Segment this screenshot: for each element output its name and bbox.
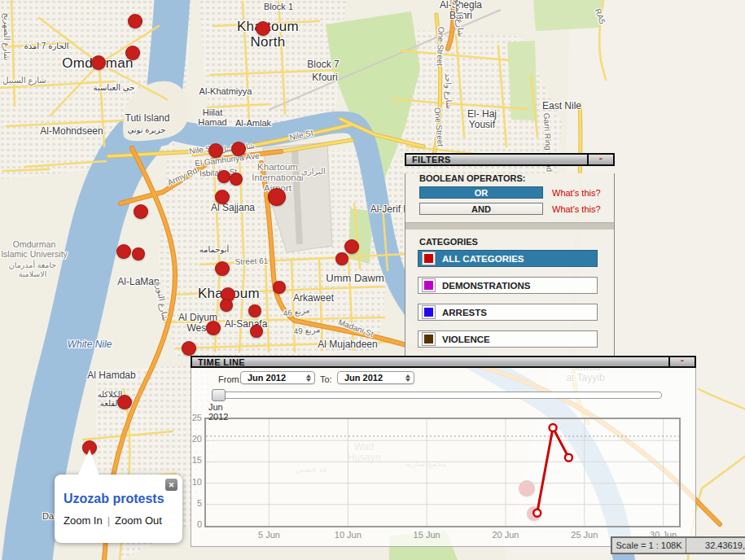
filters-panel: FILTERS - BOOLEAN OPERATORS: OR What's t… <box>405 153 615 363</box>
map-marker[interactable] <box>128 14 142 28</box>
map-marker[interactable] <box>215 261 230 276</box>
cursor-coordinates: 32.43619, <box>686 538 745 553</box>
category-swatch-icon <box>423 252 435 265</box>
category-all-categories[interactable]: ALL CATEGORIES <box>418 250 598 267</box>
map-marker[interactable] <box>134 204 148 219</box>
map-marker[interactable] <box>116 244 131 259</box>
timeline-chart <box>204 418 681 527</box>
map-marker[interactable] <box>256 21 270 36</box>
category-demonstrations[interactable]: DEMONSTRATIONS <box>418 277 598 294</box>
popup-title-link[interactable]: Uzozab protests <box>64 492 164 506</box>
map-marker[interactable] <box>248 304 261 317</box>
map-popup: ✕ Uzozab protests Zoom In|Zoom Out <box>55 475 182 543</box>
category-label: ARRESTS <box>442 308 487 317</box>
timeline-panel-body: From: Jun 2012 To: Jun 2012 Jun 2012 5 J… <box>191 368 696 547</box>
category-swatch-icon <box>423 306 435 318</box>
map-marker[interactable] <box>208 143 223 158</box>
from-label: From: <box>218 374 242 384</box>
boolean-and-button[interactable]: AND <box>419 203 543 215</box>
popup-link-separator: | <box>107 514 110 527</box>
timeline-minimize-button[interactable]: - <box>668 357 695 366</box>
map-scale-label: Scale = 1 : 108K <box>612 538 686 553</box>
to-month-value: Jun 2012 <box>344 373 383 383</box>
map-marker[interactable] <box>215 190 230 204</box>
map-marker[interactable] <box>344 239 359 254</box>
boolean-or-button[interactable]: OR <box>419 186 543 199</box>
minimize-icon: - <box>599 156 603 161</box>
category-label: ALL CATEGORIES <box>442 254 524 264</box>
minimize-icon: - <box>681 358 684 363</box>
from-month-value: Jun 2012 <box>248 373 286 383</box>
stepper-icon <box>306 374 311 382</box>
popup-zoom-out-link[interactable]: Zoom Out <box>115 514 162 527</box>
map-marker[interactable] <box>182 341 196 356</box>
map-marker[interactable] <box>335 252 348 265</box>
category-violence[interactable]: VIOLENCE <box>418 330 598 348</box>
close-icon: ✕ <box>169 481 175 489</box>
timeline-panel-header: TIME LINE - <box>191 356 696 368</box>
whats-this-and-link[interactable]: What's this? <box>552 204 601 214</box>
map-marker[interactable] <box>132 247 145 260</box>
to-month-select[interactable]: Jun 2012 <box>337 371 414 384</box>
category-arrests[interactable]: ARRESTS <box>418 304 598 321</box>
chart-month-label: Jun 2012 <box>208 402 228 422</box>
whats-this-or-link[interactable]: What's this? <box>552 188 601 198</box>
to-label: To: <box>320 374 332 384</box>
popup-zoom-in-link[interactable]: Zoom In <box>64 514 103 527</box>
from-month-select[interactable]: Jun 2012 <box>240 371 315 384</box>
map-marker[interactable] <box>250 325 263 338</box>
boolean-operators-label: BOOLEAN OPERATORS: <box>419 173 614 183</box>
map-marker[interactable] <box>125 46 140 60</box>
filters-title: FILTERS <box>406 155 451 164</box>
timeline-title: TIME LINE <box>192 357 245 367</box>
map-marker[interactable] <box>231 142 246 156</box>
map-marker[interactable] <box>230 173 243 186</box>
app-viewport: OmdurmanKhartoumNorthKhartoumBlock 1Bloc… <box>0 0 745 560</box>
categories-label: CATEGORIES <box>419 237 614 247</box>
popup-close-button[interactable]: ✕ <box>165 479 177 491</box>
timeline-slider[interactable] <box>213 392 662 399</box>
map-marker[interactable] <box>273 281 286 294</box>
category-label: VIOLENCE <box>442 335 490 344</box>
category-swatch-icon <box>423 333 435 345</box>
popup-tail <box>71 449 112 475</box>
filters-divider <box>405 222 614 230</box>
map-marker[interactable] <box>217 170 230 183</box>
timeline-panel: TIME LINE - From: Jun 2012 To: Jun 2012 … <box>191 356 696 547</box>
category-label: DEMONSTRATIONS <box>442 281 530 291</box>
timeline-slider-handle[interactable] <box>212 389 226 401</box>
map-marker[interactable] <box>117 395 132 409</box>
filters-panel-body: BOOLEAN OPERATORS: OR What's this? AND W… <box>405 173 615 363</box>
map-marker[interactable] <box>206 321 221 335</box>
category-list: ALL CATEGORIESDEMONSTRATIONSARRESTSVIOLE… <box>405 250 614 348</box>
map-marker[interactable] <box>220 299 233 312</box>
map-marker[interactable] <box>268 188 286 206</box>
filters-panel-header: FILTERS - <box>405 153 615 166</box>
stepper-icon <box>405 374 410 382</box>
map-marker[interactable] <box>91 55 106 70</box>
scale-bar: Scale = 1 : 108K 32.43619, <box>611 536 745 554</box>
category-swatch-icon <box>423 279 435 291</box>
filters-minimize-button[interactable]: - <box>587 155 613 164</box>
